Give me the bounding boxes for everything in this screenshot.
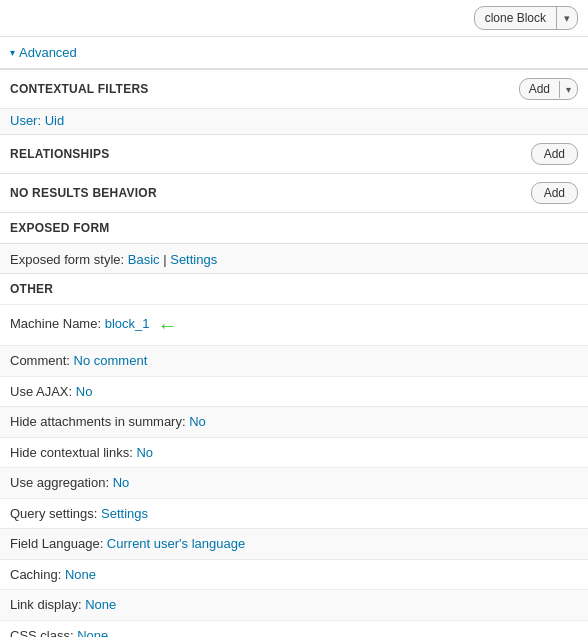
other-row-value[interactable]: None <box>77 628 108 638</box>
other-row: Use AJAX: No <box>0 376 588 407</box>
other-row-label: Machine Name: <box>10 316 105 331</box>
other-row-label: Field Language: <box>10 536 107 551</box>
other-row-value[interactable]: Settings <box>101 506 148 521</box>
advanced-toggle[interactable]: ▾ Advanced <box>10 45 578 60</box>
advanced-arrow-icon: ▾ <box>10 47 15 58</box>
other-row-label: Link display: <box>10 597 85 612</box>
other-row: CSS class: None <box>0 620 588 638</box>
other-row: Field Language: Current user's language <box>0 528 588 559</box>
top-bar: clone Block ▾ <box>0 0 588 37</box>
other-row: Hide attachments in summary: No <box>0 406 588 437</box>
no-results-add-button[interactable]: Add <box>531 182 578 204</box>
exposed-form-separator: | <box>163 252 166 267</box>
contextual-filters-add-button[interactable]: Add ▾ <box>519 78 578 100</box>
other-row-label: Query settings: <box>10 506 101 521</box>
other-row-value[interactable]: Current user's language <box>107 536 245 551</box>
other-row-label: Comment: <box>10 353 74 368</box>
relationships-header: RELATIONSHIPS Add <box>0 134 588 173</box>
advanced-label: Advanced <box>19 45 77 60</box>
other-row: Use aggregation: No <box>0 467 588 498</box>
green-arrow-icon: ← <box>157 310 177 340</box>
other-row-label: Caching: <box>10 567 65 582</box>
other-row-value[interactable]: No comment <box>74 353 148 368</box>
no-results-title: NO RESULTS BEHAVIOR <box>10 186 157 200</box>
exposed-form-content: Exposed form style: Basic | Settings <box>0 243 588 273</box>
other-row-value[interactable]: No <box>76 384 93 399</box>
exposed-form-title: EXPOSED FORM <box>10 221 110 235</box>
relationships-add-button[interactable]: Add <box>531 143 578 165</box>
relationships-title: RELATIONSHIPS <box>10 147 110 161</box>
no-results-header: NO RESULTS BEHAVIOR Add <box>0 173 588 212</box>
other-row: Caching: None <box>0 559 588 590</box>
other-row: Comment: No comment <box>0 345 588 376</box>
clone-block-arrow-icon: ▾ <box>557 8 577 29</box>
clone-block-label: clone Block <box>475 7 557 29</box>
other-row-label: Hide contextual links: <box>10 445 136 460</box>
other-title: OTHER <box>10 282 53 296</box>
other-row-label: Use aggregation: <box>10 475 113 490</box>
other-row-value[interactable]: No <box>136 445 153 460</box>
exposed-form-basic-link[interactable]: Basic <box>128 252 160 267</box>
other-row-label: Hide attachments in summary: <box>10 414 189 429</box>
other-rows-container: Machine Name: block_1←Comment: No commen… <box>0 304 588 637</box>
contextual-filters-add-arrow-icon: ▾ <box>559 81 577 98</box>
contextual-filters-header: CONTEXTUAL FILTERS Add ▾ <box>0 69 588 108</box>
exposed-form-style-label: Exposed form style: <box>10 252 124 267</box>
other-row: Machine Name: block_1← <box>0 304 588 345</box>
contextual-filters-add-label: Add <box>520 79 559 99</box>
advanced-section: ▾ Advanced <box>0 37 588 69</box>
exposed-form-settings-link[interactable]: Settings <box>170 252 217 267</box>
other-row-value[interactable]: None <box>85 597 116 612</box>
other-header: OTHER <box>0 273 588 304</box>
other-row-value[interactable]: No <box>113 475 130 490</box>
other-row: Hide contextual links: No <box>0 437 588 468</box>
other-row-value[interactable]: No <box>189 414 206 429</box>
other-row-label: CSS class: <box>10 628 77 638</box>
other-row-value[interactable]: block_1 <box>105 316 150 331</box>
exposed-form-header: EXPOSED FORM <box>0 212 588 243</box>
filter-item-link[interactable]: User: Uid <box>10 113 64 128</box>
other-row-value[interactable]: None <box>65 567 96 582</box>
other-row: Query settings: Settings <box>0 498 588 529</box>
clone-block-button[interactable]: clone Block ▾ <box>474 6 578 30</box>
filter-item: User: Uid <box>0 108 588 134</box>
contextual-filters-title: CONTEXTUAL FILTERS <box>10 82 149 96</box>
other-row-label: Use AJAX: <box>10 384 76 399</box>
other-row: Link display: None <box>0 589 588 620</box>
